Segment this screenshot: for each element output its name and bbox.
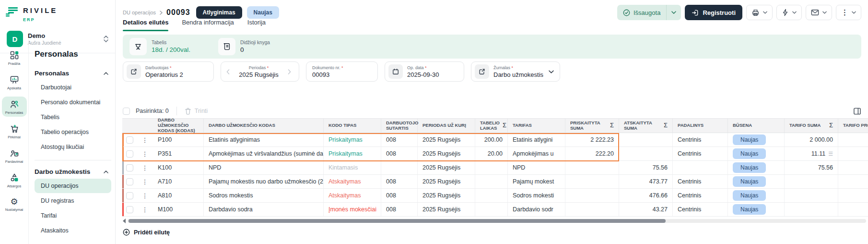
cell-accrued[interactable]: 2 222.23 [565,133,619,146]
rail-item-pardavimai[interactable]: Pardavimai [2,146,27,166]
cell-tariff-sum[interactable] [785,189,838,202]
cell-tariff[interactable]: Darbdavio sodr [508,203,565,216]
cell-accrued[interactable] [565,203,619,216]
cell-code[interactable]: P351 [153,147,204,160]
brand-logo[interactable]: RIVILE ERP [0,0,115,26]
cell-contract[interactable]: 008 [381,147,418,160]
print-button[interactable] [746,5,773,20]
sidebar-item-atostogu-likuciai[interactable]: Atostogų likučiai [35,140,111,154]
op-data-field[interactable]: Op. data * 2025-09-30 [385,61,464,82]
col-contract[interactable]: DARBUOTOJO SUTARTIS [381,119,418,133]
cell-tariff-pct[interactable] [838,203,868,216]
cell-tariff-pct[interactable] [838,175,868,188]
scroll-left-arrow[interactable] [123,219,126,223]
cell-name[interactable]: NPD [204,161,324,174]
chevron-right-icon[interactable] [286,69,293,74]
cell-code[interactable]: M100 [153,203,204,216]
tab-detalios-eilutes[interactable]: Detalios eilutės [123,19,168,30]
col-accrued[interactable]: PRISKAITYTA SUMAΣ [565,119,619,133]
sidebar-item-tabelis[interactable]: Tabelis [35,110,111,124]
cell-type[interactable]: Kintamasis [324,161,381,174]
row-checkbox[interactable] [126,178,133,185]
cell-contract[interactable]: 008 [381,175,418,188]
rail-item-atsargos[interactable]: Atsargos [2,170,27,190]
cell-period[interactable]: 2025 Rugsėjis [418,147,475,160]
cell-period[interactable]: 2025 Rugsėjis [418,175,475,188]
delete-button[interactable]: Trinti [185,108,208,115]
cell-contract[interactable] [381,161,418,174]
zurnalas-field[interactable]: Žurnalas * Darbo užmokestis [471,61,560,82]
scrollbar-track[interactable] [128,219,866,223]
col-code[interactable]: DARBO UŽMOKESČIO KODAS (KODAS) [153,119,204,133]
cell-accrued[interactable]: 222.20 [565,147,619,160]
periodas-field[interactable]: Periodas * 2025 Rugsėjis [221,61,299,82]
cell-tariff[interactable]: Sodros mokesti [508,189,565,202]
sum-icon[interactable]: Σ [661,122,668,129]
col-tariff[interactable]: TARIFAS [508,119,565,133]
cell-contract[interactable]: 008 [381,203,418,216]
col-tariff-sum[interactable]: TARIFO SUMAΣ [785,119,838,133]
row-checkbox[interactable] [126,206,133,213]
cell-name[interactable]: Darbdavio sodra [204,203,324,216]
cell-name[interactable]: Etatinis atlyginimas [204,133,324,146]
cell-tariff-pct[interactable] [838,161,868,174]
saved-dropdown[interactable] [667,11,681,14]
email-button[interactable] [806,5,832,20]
cell-time[interactable] [475,189,508,202]
chevron-left-icon[interactable] [224,69,232,74]
cell-department[interactable]: Centrinis [673,147,728,160]
column-settings-button[interactable] [853,107,861,115]
saved-split-button[interactable]: Išsaugota [617,5,681,20]
cell-department[interactable]: Centrinis [673,175,728,188]
cell-code[interactable]: K100 [153,161,204,174]
cell-time[interactable] [475,203,508,216]
cell-contract[interactable]: 008 [381,133,418,146]
col-period[interactable]: PERIODAS UŽ KURĮ [418,119,475,133]
cell-tariff-pct[interactable] [838,189,868,202]
cell-type[interactable]: Atskaitymas [324,175,381,188]
cell-code[interactable]: A710 [153,175,204,188]
cell-deducted[interactable]: 75.56 [619,161,673,174]
cell-type[interactable]: Įmonės mokesčiai [324,203,381,216]
dokumento-nr-field[interactable]: Dokumento nr. * 00093 [306,61,378,82]
cell-name[interactable]: Pajamų mokestis nuo darbo užmokesčio (20 [204,175,324,188]
row-menu-button[interactable]: ⋮ [137,189,153,202]
add-row-button[interactable]: Pridėti eilutę [123,229,170,236]
row-menu-button[interactable]: ⋮ [137,133,153,146]
cell-accrued[interactable] [565,189,619,202]
col-time[interactable]: TABELIO LAIKASΣ [475,119,508,133]
cell-period[interactable]: 2025 Rugsėjis [418,189,475,202]
cell-time[interactable] [475,175,508,188]
cell-deducted[interactable]: 473.77 [619,175,673,188]
cell-department[interactable]: Centrinis [673,203,728,216]
col-status[interactable]: BŪSENA [728,119,785,133]
sum-icon[interactable]: Σ [500,122,506,129]
cell-department[interactable]: Centrinis [673,133,728,146]
section-darbo-uzmokestis[interactable]: Darbo užmokestis [35,165,111,178]
cell-period[interactable]: 2025 Rugsėjis [418,203,475,216]
sidebar-item-personalo-dokumentai[interactable]: Personalo dokumentai [35,95,111,110]
sidebar-item-tarifai[interactable]: Tarifai [35,208,111,223]
sidebar-item-darbuotojai[interactable]: Darbuotojai [35,80,111,95]
cell-time[interactable]: 200.00 [475,133,508,146]
cell-deducted[interactable]: 43.27 [619,203,673,216]
tab-istorija[interactable]: Istorija [247,19,266,30]
cell-tariff[interactable]: Pajamų mokest [508,175,565,188]
cell-type[interactable]: Priskaitymas [324,133,381,146]
row-checkbox[interactable] [126,164,133,171]
cell-tariff-pct[interactable] [838,147,868,160]
col-deducted[interactable]: ATSKAITYTA SUMAΣ [619,119,673,133]
register-button[interactable]: Registruoti [685,5,742,20]
row-menu-button[interactable]: ⋮ [137,203,153,216]
cell-time[interactable] [475,161,508,174]
cell-tariff[interactable]: NPD [508,161,565,174]
more-menu-button[interactable]: ⋮ [836,5,861,20]
rail-item-apskaita[interactable]: Apskaita [2,72,27,92]
cell-type[interactable]: Atskaitymas [324,189,381,202]
select-all-checkbox[interactable] [123,108,130,115]
tab-bendra-informacija[interactable]: Bendra informacija [182,19,234,30]
darbuotojas-field[interactable]: Darbuotojas * Operatorius 2 [123,61,214,82]
scrollbar-thumb[interactable] [129,219,666,223]
sidebar-item-du-registras[interactable]: DU registras [35,194,111,208]
sum-icon[interactable]: Σ [607,122,614,129]
